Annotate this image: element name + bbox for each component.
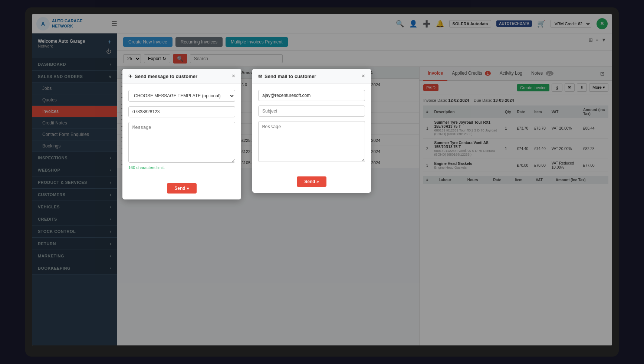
send-message-modal-title: ✈ Send message to customer: [128, 74, 197, 79]
message-field-group: 160 characters limit.: [128, 122, 235, 170]
send-message-button[interactable]: Send »: [167, 183, 196, 194]
send-mail-modal-footer: Send »: [252, 173, 371, 193]
send-mail-modal-title: ✉ Send mail to customer: [258, 74, 316, 79]
email-field-group: [258, 90, 365, 101]
send-mail-button[interactable]: Send »: [297, 176, 326, 187]
send-message-modal-body: CHOOSE MESSAGE TEMPLATE (optional) 160 c…: [122, 84, 241, 180]
mail-message-textarea[interactable]: [258, 121, 365, 162]
send-message-modal-footer: Send »: [122, 180, 241, 199]
subject-field-group: [258, 105, 365, 117]
message-template-selector[interactable]: CHOOSE MESSAGE TEMPLATE (optional): [128, 90, 235, 102]
template-selector-group: CHOOSE MESSAGE TEMPLATE (optional): [128, 90, 235, 102]
send-mail-modal: ✉ Send mail to customer × Send »: [252, 69, 371, 193]
char-limit-text: 160 characters limit.: [128, 165, 235, 170]
send-mail-close-button[interactable]: ×: [362, 73, 365, 79]
phone-field-group: [128, 106, 235, 117]
send-mail-modal-header: ✉ Send mail to customer ×: [252, 69, 371, 84]
send-message-close-button[interactable]: ×: [232, 73, 235, 79]
message-textarea[interactable]: [128, 122, 235, 163]
phone-field[interactable]: [128, 106, 235, 117]
mail-message-field-group: [258, 121, 365, 163]
send-message-modal: ✈ Send message to customer × CHOOSE MESS…: [122, 69, 241, 199]
email-field[interactable]: [258, 90, 365, 101]
send-message-modal-header: ✈ Send message to customer ×: [122, 69, 241, 84]
subject-field[interactable]: [258, 105, 365, 117]
send-icon: ✈: [128, 74, 132, 79]
send-mail-modal-body: [252, 84, 371, 173]
mail-icon: ✉: [258, 74, 262, 79]
